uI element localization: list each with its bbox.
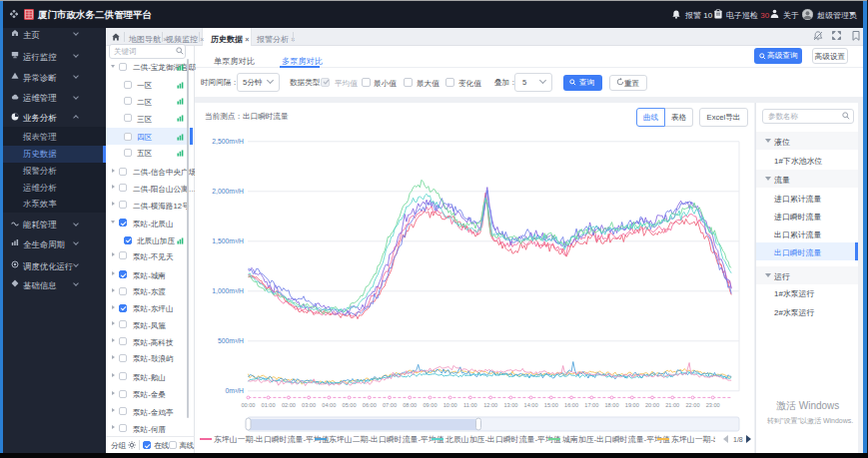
- svg-text:1,500m³/H: 1,500m³/H: [212, 237, 244, 244]
- svg-text:03:00: 03:00: [302, 402, 316, 408]
- svg-text:09:00: 09:00: [424, 402, 437, 408]
- svg-text:北辰山加压-出口瞬时流量-平均值: 北辰山加压-出口瞬时流量-平均值: [444, 435, 561, 444]
- svg-text:500m³/H: 500m³/H: [218, 337, 244, 344]
- svg-text:1/8: 1/8: [733, 436, 743, 443]
- svg-text:东坪山一期-出口瞬时流量-平均值: 东坪山一期-出口瞬时流量-平均值: [214, 435, 330, 444]
- svg-text:11:00: 11:00: [463, 402, 477, 408]
- svg-text:16:00: 16:00: [564, 402, 578, 408]
- svg-text:20:00: 20:00: [645, 402, 659, 408]
- svg-text:2,500m³/H: 2,500m³/H: [212, 138, 244, 145]
- svg-text:22:00: 22:00: [686, 402, 700, 408]
- svg-text:0m³/H: 0m³/H: [225, 387, 244, 394]
- svg-text:1,000m³/H: 1,000m³/H: [212, 287, 244, 294]
- svg-text:18:00: 18:00: [605, 402, 619, 408]
- svg-text:14:00: 14:00: [524, 402, 538, 408]
- svg-text:东坪山二期-出口瞬时流量-平均值: 东坪山二期-出口瞬时流量-平均值: [329, 435, 444, 444]
- svg-text:23:00: 23:00: [706, 402, 720, 408]
- svg-text:10:00: 10:00: [443, 402, 457, 408]
- svg-text:21:00: 21:00: [665, 402, 679, 408]
- svg-text:城南加压-出口瞬时流量-平均值: 城南加压-出口瞬时流量-平均值: [561, 435, 670, 444]
- svg-text:19:00: 19:00: [625, 402, 639, 408]
- svg-text:17:00: 17:00: [584, 402, 598, 408]
- svg-text:2,000m³/H: 2,000m³/H: [212, 188, 244, 195]
- svg-text:02:00: 02:00: [282, 402, 296, 408]
- svg-text:06:00: 06:00: [363, 402, 377, 408]
- svg-text:01:00: 01:00: [262, 402, 276, 408]
- svg-text:05:00: 05:00: [343, 402, 357, 408]
- svg-text:15:00: 15:00: [544, 402, 558, 408]
- svg-text:08:00: 08:00: [403, 402, 417, 408]
- svg-text:12:00: 12:00: [483, 402, 497, 408]
- svg-text:00:00: 00:00: [241, 402, 255, 408]
- svg-text:04:00: 04:00: [322, 402, 336, 408]
- svg-text:13:00: 13:00: [503, 402, 517, 408]
- svg-text:07:00: 07:00: [383, 402, 397, 408]
